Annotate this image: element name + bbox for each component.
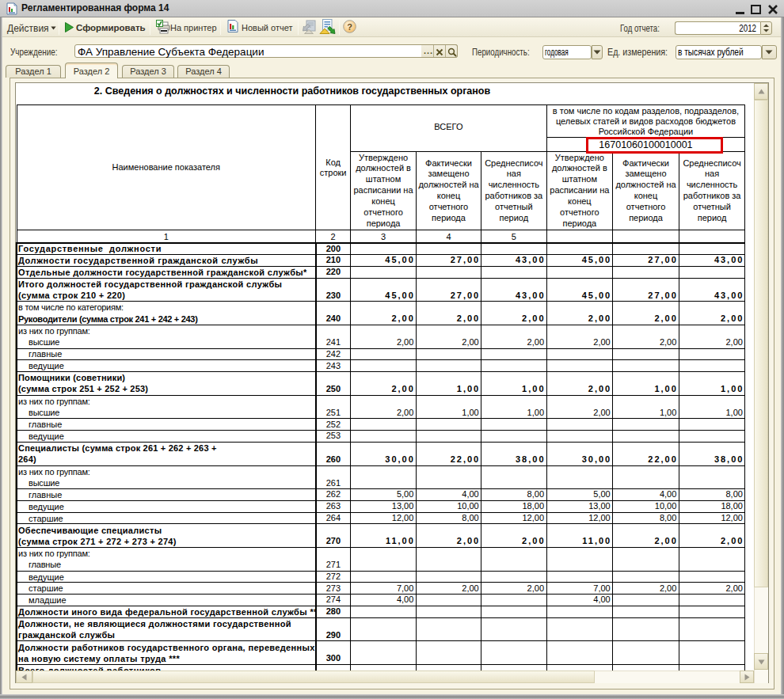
svg-text:?: ? (347, 22, 352, 32)
